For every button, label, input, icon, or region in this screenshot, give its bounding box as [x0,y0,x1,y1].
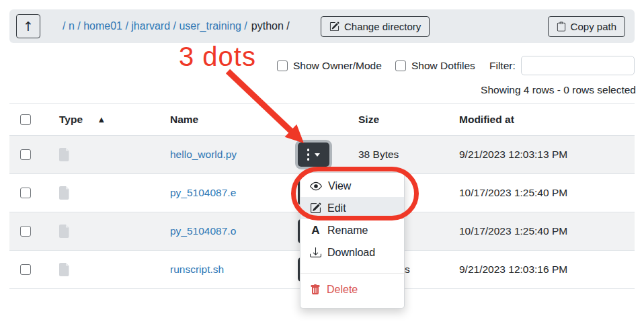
menu-item-label: Download [327,247,375,259]
pencil-square-icon [329,22,339,32]
file-modified-at: 9/21/2023 12:03:13 PM [459,149,567,161]
menu-item-download[interactable]: Download [300,241,404,264]
file-actions-menu: View Edit A Rename Download Delete [300,172,405,309]
breadcrumb: / n / home01 / jharvard / user_training … [63,9,290,43]
breadcrumb-links[interactable]: / n / home01 / jharvard / user_training … [63,20,247,32]
show-owner-mode-control: Show Owner/Mode [277,60,382,72]
row-actions-dropdown-button[interactable] [298,143,329,167]
show-dotfiles-checkbox[interactable] [395,60,406,71]
file-modified-at: 9/21/2023 12:03:16 PM [459,264,567,276]
copy-path-button[interactable]: Copy path [548,16,625,37]
file-name-link[interactable]: py_5104087.e [170,187,236,199]
filter-input[interactable] [521,56,635,75]
file-modified-at: 10/17/2023 1:25:40 PM [459,187,567,199]
file-icon [59,225,70,238]
menu-item-label: Delete [327,284,358,296]
size-column-header[interactable]: Size [358,114,379,126]
name-column-header[interactable]: Name [170,114,198,126]
file-modified-at: 10/17/2023 1:25:40 PM [459,225,567,237]
row-checkbox[interactable] [20,188,31,198]
show-owner-mode-label: Show Owner/Mode [293,60,382,72]
file-icon [59,263,70,276]
breadcrumb-current: python / [251,20,290,32]
rows-summary: Showing 4 rows - 0 rows selected [481,84,636,96]
table-row: hello_world.py 38 Bytes 9/21/2023 12:03:… [9,136,635,174]
row-checkbox[interactable] [20,226,31,237]
show-dotfiles-label: Show Dotfiles [411,60,475,72]
letter-a-icon: A [310,224,321,237]
clipboard-icon [557,22,566,32]
show-dotfiles-control: Show Dotfiles [395,60,475,72]
file-icon [59,148,70,161]
menu-item-label: Edit [327,202,346,214]
menu-item-edit[interactable]: Edit [300,197,404,219]
row-checkbox[interactable] [20,264,31,275]
caret-down-icon [315,153,320,157]
file-size: s [405,264,410,276]
path-toolbar: ↑ / n / home01 / jharvard / user_trainin… [9,9,635,43]
change-directory-button[interactable]: Change directory [321,16,430,37]
file-name-link[interactable]: py_5104087.o [170,225,236,237]
go-up-directory-button[interactable]: ↑ [16,14,40,38]
change-directory-label: Change directory [344,21,421,32]
eye-icon [310,180,322,192]
menu-divider [300,273,404,274]
sort-ascending-icon[interactable]: ▲ [99,116,104,123]
trash-icon [310,284,321,295]
show-owner-mode-checkbox[interactable] [277,60,288,71]
table-header-row: Type ▲ Name Size Modified at [9,103,635,136]
annotation-3-dots-text: 3 dots [179,42,256,72]
file-icon [59,186,70,200]
file-name-link[interactable]: hello_world.py [170,149,237,161]
menu-item-rename[interactable]: A Rename [300,219,404,241]
pencil-square-icon [310,202,321,214]
download-icon [310,247,321,258]
menu-item-label: View [328,180,351,192]
file-name-link[interactable]: runscript.sh [170,264,224,276]
filter-label: Filter: [489,60,516,72]
copy-path-label: Copy path [571,21,616,32]
file-browser-page: ↑ / n / home01 / jharvard / user_trainin… [0,0,644,324]
modified-column-header[interactable]: Modified at [459,114,514,126]
type-column-header[interactable]: Type [59,114,83,126]
menu-item-view[interactable]: View [300,175,404,197]
menu-spacer [300,264,404,273]
file-size: 38 Bytes [358,149,399,161]
menu-item-label: Rename [327,225,368,237]
select-all-checkbox[interactable] [20,114,31,125]
menu-item-delete[interactable]: Delete [300,278,404,300]
row-checkbox[interactable] [20,149,31,160]
arrow-up-icon: ↑ [23,20,34,33]
three-dots-vertical-icon [307,149,310,161]
